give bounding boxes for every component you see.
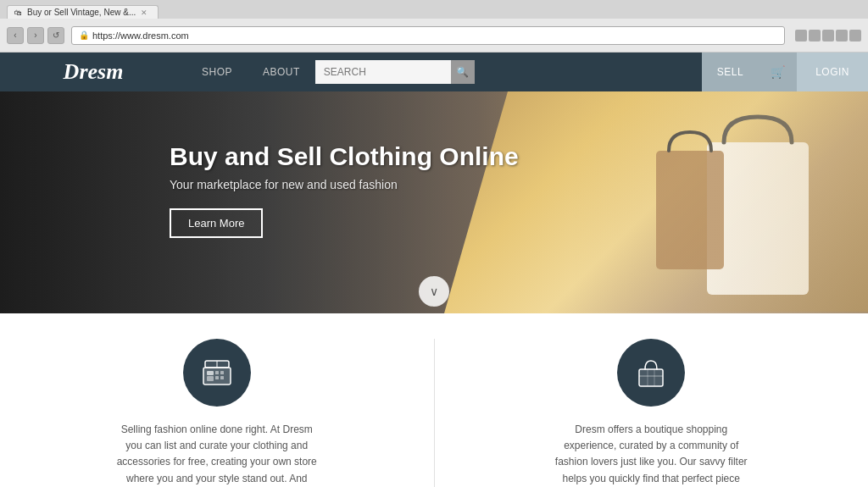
svg-rect-5 (220, 371, 224, 374)
hero-subtitle: Your marketplace for new and used fashio… (170, 178, 519, 191)
about-nav-link[interactable]: ABOUT (248, 53, 315, 91)
address-bar[interactable]: 🔒 https://www.dresm.com (71, 26, 785, 45)
svg-rect-7 (220, 376, 224, 379)
url-text: https://www.dresm.com (92, 30, 189, 41)
browser-ext-icon2[interactable] (809, 30, 821, 42)
nav-links: SHOP ABOUT 🔍 SELL 🛒 LOGIN (186, 53, 868, 91)
shop-feature-section: Dresm offers a boutique shopping experie… (469, 330, 835, 487)
hero-cta-button[interactable]: Learn More (170, 208, 263, 238)
search-button[interactable]: 🔍 (451, 60, 475, 84)
hero-scroll-down-icon[interactable]: ∨ (419, 276, 449, 307)
shopping-bag-icon (632, 354, 670, 391)
forward-button[interactable]: › (27, 27, 44, 44)
sell-nav-link[interactable]: SELL (702, 53, 759, 91)
tab-close-icon[interactable]: ✕ (141, 8, 147, 17)
shop-nav-link[interactable]: SHOP (186, 53, 248, 91)
vertical-divider (434, 339, 435, 487)
search-area: 🔍 (315, 60, 702, 84)
cart-nav-link[interactable]: 🛒 (759, 53, 797, 91)
hero-content: Buy and Sell Clothing Online Your market… (170, 142, 519, 238)
browser-nav-controls: ‹ › ↺ (7, 27, 64, 44)
shop-icon-circle (617, 339, 685, 407)
sell-feature-section: Selling fashion online done right. At Dr… (34, 330, 400, 487)
logo-area[interactable]: Dresm (0, 53, 186, 91)
login-nav-link[interactable]: LOGIN (797, 53, 868, 91)
main-features: Selling fashion online done right. At Dr… (0, 313, 868, 487)
back-button[interactable]: ‹ (7, 27, 24, 44)
tab-favicon: 🛍 (14, 8, 22, 17)
svg-rect-11 (639, 369, 663, 386)
hero-person-hint (571, 91, 868, 312)
site-logo: Dresm (64, 59, 124, 85)
hero-section: Buy and Sell Clothing Online Your market… (0, 91, 868, 313)
svg-rect-6 (215, 376, 219, 379)
secure-lock-icon: 🔒 (79, 30, 89, 40)
browser-ext-icon3[interactable] (822, 30, 834, 42)
browser-toolbar: ‹ › ↺ 🔒 https://www.dresm.com (0, 19, 868, 53)
svg-rect-3 (207, 371, 214, 375)
svg-rect-8 (207, 376, 214, 381)
sell-icon-circle (183, 339, 251, 407)
refresh-button[interactable]: ↺ (47, 27, 64, 44)
browser-ext-icon5[interactable] (849, 30, 861, 42)
browser-icon-group (795, 30, 861, 42)
cash-register-icon (198, 354, 236, 391)
shop-description: Dresm offers a boutique shopping experie… (549, 422, 753, 487)
sell-description: Selling fashion online done right. At Dr… (115, 422, 319, 487)
browser-ext-icon[interactable] (795, 30, 807, 42)
browser-tab-bar: 🛍 Buy or Sell Vintage, New &... ✕ (0, 0, 868, 19)
search-input[interactable] (315, 60, 451, 84)
browser-tab[interactable]: 🛍 Buy or Sell Vintage, New &... ✕ (7, 5, 159, 19)
hero-title: Buy and Sell Clothing Online (170, 142, 519, 171)
tab-title: Buy or Sell Vintage, New &... (27, 8, 136, 17)
browser-ext-icon4[interactable] (836, 30, 848, 42)
main-navbar: Dresm SHOP ABOUT 🔍 SELL 🛒 LOGIN (0, 53, 868, 91)
svg-rect-4 (215, 371, 219, 374)
